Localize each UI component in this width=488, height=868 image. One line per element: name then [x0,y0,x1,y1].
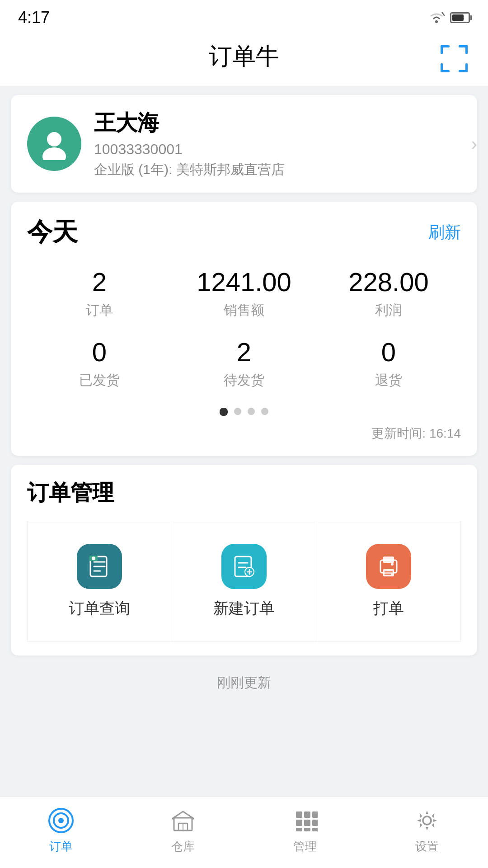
svg-point-29 [391,563,394,566]
new-order-item[interactable]: 新建订单 [172,521,317,642]
print-order-label: 打单 [373,598,404,619]
chevron-right-icon: › [471,134,477,154]
svg-rect-44 [296,828,302,831]
battery-icon [450,12,470,23]
stats-row-2: 0 已发货 2 待发货 0 退货 [27,338,461,390]
svg-rect-46 [312,828,318,831]
page-dots [27,408,461,416]
svg-point-17 [92,557,95,560]
svg-rect-43 [312,820,318,826]
order-query-icon [77,544,122,589]
svg-rect-25 [383,557,394,563]
nav-orders-icon [47,806,75,835]
app-header: 订单牛 [0,32,488,86]
order-management-title: 订单管理 [27,478,461,507]
new-order-icon [221,544,267,589]
nav-item-management[interactable]: 管理 [244,806,366,854]
nav-management-icon [291,806,319,835]
status-time: 4:17 [18,8,50,27]
svg-rect-26 [383,569,394,576]
stat-returns-value: 0 [316,338,461,367]
svg-rect-41 [296,820,302,826]
nav-orders-label: 订单 [49,839,73,854]
today-card: 今天 刷新 2 订单 1241.00 销售额 228.00 利润 0 已发货 [11,202,477,456]
svg-point-47 [423,816,431,825]
today-header: 今天 刷新 [27,215,461,250]
nav-item-warehouse[interactable]: 仓库 [122,806,244,854]
dot-1 [220,408,228,416]
svg-rect-3 [441,45,443,54]
avatar [27,117,81,171]
stat-shipped-value: 0 [27,338,172,367]
user-plan: 企业版 (1年): 美特斯邦威直营店 [94,160,461,179]
wifi-icon [428,11,445,24]
stat-profit-label: 利润 [316,301,461,320]
stat-orders-value: 2 [27,268,172,297]
stat-orders: 2 订单 [27,268,172,320]
stat-sales: 1241.00 销售额 [172,268,316,320]
today-title: 今天 [27,215,78,250]
svg-rect-38 [296,811,302,818]
order-query-label: 订单查询 [69,598,130,619]
status-bar: 4:17 [0,0,488,32]
svg-point-10 [47,132,61,146]
dot-2 [234,408,241,415]
stat-returns-label: 退货 [316,371,461,390]
nav-item-orders[interactable]: 订单 [0,806,122,854]
scan-button[interactable] [438,43,470,75]
update-time: 更新时间: 16:14 [27,425,461,442]
stat-sales-label: 销售额 [172,301,316,320]
svg-rect-45 [304,828,310,831]
svg-point-0 [435,20,438,23]
nav-warehouse-label: 仓库 [171,839,195,854]
nav-settings-icon [413,806,441,835]
nav-settings-label: 设置 [415,839,439,854]
stats-row-1: 2 订单 1241.00 销售额 228.00 利润 [27,268,461,320]
nav-item-settings[interactable]: 设置 [366,806,488,854]
new-order-label: 新建订单 [213,598,275,619]
dot-4 [261,408,268,415]
svg-rect-5 [465,45,468,54]
refresh-button[interactable]: 刷新 [428,222,461,244]
user-id: 10033330001 [94,141,461,158]
app-title: 订单牛 [209,41,279,72]
stat-pending-value: 2 [172,338,316,367]
svg-point-11 [42,147,66,160]
dot-3 [248,408,255,415]
stat-pending: 2 待发货 [172,338,316,390]
stat-orders-label: 订单 [27,301,172,320]
svg-rect-7 [441,63,443,72]
svg-point-32 [58,818,64,823]
stat-shipped: 0 已发货 [27,338,172,390]
stat-returns: 0 退货 [316,338,461,390]
nav-warehouse-icon [169,806,197,835]
svg-rect-9 [465,63,468,72]
svg-rect-42 [304,820,310,826]
stat-sales-value: 1241.00 [172,268,316,297]
status-icons [428,11,470,24]
user-name: 王大海 [94,108,461,137]
order-management-card: 订单管理 订单查询 [11,465,477,656]
stat-profit: 228.00 利润 [316,268,461,320]
print-order-item[interactable]: 打单 [316,521,461,642]
svg-rect-39 [304,811,310,818]
update-footer: 刚刚更新 [11,665,477,701]
user-info: 王大海 10033330001 企业版 (1年): 美特斯邦威直营店 [94,108,461,179]
order-menu-grid: 订单查询 新建订单 [27,521,461,642]
stat-profit-value: 228.00 [316,268,461,297]
stat-pending-label: 待发货 [172,371,316,390]
stat-shipped-label: 已发货 [27,371,172,390]
bottom-nav: 订单 仓库 [0,797,488,868]
svg-rect-40 [312,811,318,818]
nav-management-label: 管理 [293,839,317,854]
order-query-item[interactable]: 订单查询 [28,521,172,642]
user-card[interactable]: 王大海 10033330001 企业版 (1年): 美特斯邦威直营店 › [11,95,477,193]
update-footer-text: 刚刚更新 [217,675,271,690]
print-icon [366,544,411,589]
